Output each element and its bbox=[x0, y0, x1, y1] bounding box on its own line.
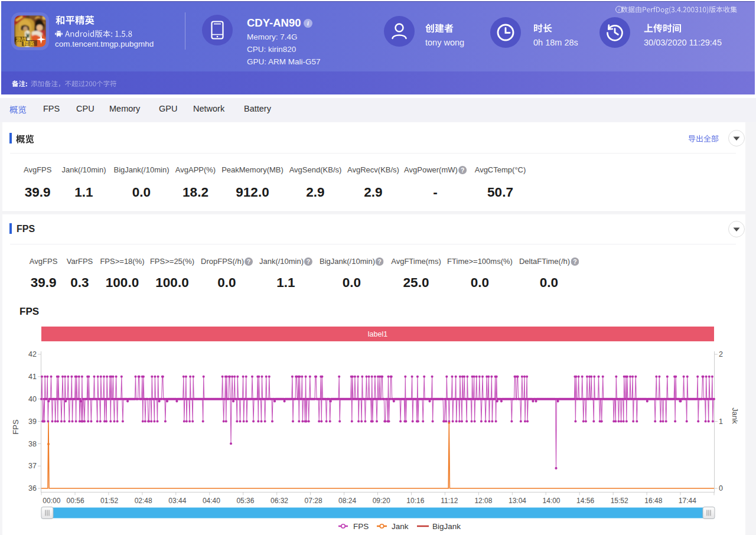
svg-text:41: 41 bbox=[28, 373, 37, 381]
svg-text:?: ? bbox=[378, 258, 382, 265]
svg-text:?: ? bbox=[573, 258, 576, 265]
svg-text:38: 38 bbox=[28, 440, 37, 448]
svg-text:00:00: 00:00 bbox=[43, 497, 60, 505]
svg-text:Jank: Jank bbox=[731, 407, 739, 424]
svg-text:00:56: 00:56 bbox=[67, 497, 84, 505]
svg-text:36: 36 bbox=[28, 484, 37, 492]
svg-text:1: 1 bbox=[719, 417, 723, 426]
svg-text:?: ? bbox=[307, 258, 310, 265]
svg-text:14:00: 14:00 bbox=[542, 497, 560, 505]
svg-text:01:52: 01:52 bbox=[100, 497, 118, 505]
svg-text:16:48: 16:48 bbox=[644, 497, 662, 505]
svg-text:39: 39 bbox=[28, 417, 37, 426]
svg-text:08:24: 08:24 bbox=[338, 497, 356, 505]
svg-text:BigJank: BigJank bbox=[432, 522, 461, 531]
svg-text:FPS: FPS bbox=[11, 419, 20, 435]
svg-text:17:44: 17:44 bbox=[679, 497, 696, 505]
svg-text:12:08: 12:08 bbox=[474, 497, 492, 505]
svg-text:14:56: 14:56 bbox=[576, 497, 594, 505]
svg-text:02:48: 02:48 bbox=[135, 497, 152, 505]
svg-text:label1: label1 bbox=[368, 330, 387, 338]
svg-text:10:16: 10:16 bbox=[406, 497, 424, 505]
svg-text:?: ? bbox=[247, 258, 250, 265]
svg-text:37: 37 bbox=[28, 462, 37, 470]
svg-text:04:40: 04:40 bbox=[203, 497, 220, 505]
svg-text:13:04: 13:04 bbox=[509, 497, 526, 505]
svg-text:i: i bbox=[307, 20, 309, 27]
svg-text:06:32: 06:32 bbox=[271, 497, 288, 505]
svg-text:Jank: Jank bbox=[392, 522, 409, 531]
svg-text:2: 2 bbox=[719, 350, 723, 358]
svg-text:07:28: 07:28 bbox=[305, 497, 322, 505]
svg-text:15:52: 15:52 bbox=[611, 497, 628, 505]
svg-text:40: 40 bbox=[28, 395, 37, 403]
svg-text:11:12: 11:12 bbox=[441, 497, 458, 505]
svg-text:03:44: 03:44 bbox=[168, 497, 186, 505]
svg-text:i: i bbox=[618, 6, 620, 12]
svg-text:FPS: FPS bbox=[353, 522, 369, 531]
svg-text:05:36: 05:36 bbox=[236, 497, 254, 505]
svg-text:09:20: 09:20 bbox=[373, 497, 390, 505]
svg-text:?: ? bbox=[461, 166, 464, 173]
svg-text:42: 42 bbox=[28, 350, 37, 358]
svg-text:0: 0 bbox=[719, 484, 723, 492]
